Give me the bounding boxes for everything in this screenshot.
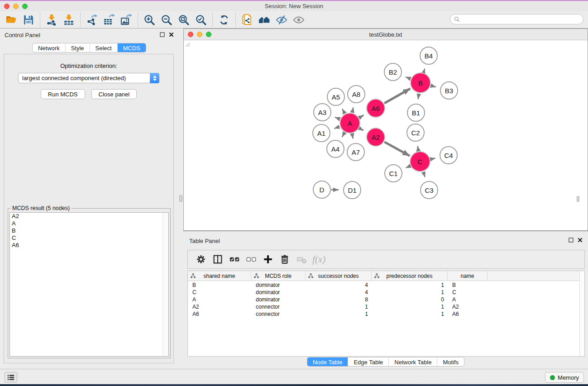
node-A3[interactable]: A3: [314, 104, 331, 121]
column-view-button[interactable]: [209, 252, 226, 267]
edge-C-C4[interactable]: [430, 158, 435, 159]
table-settings-gear-button[interactable]: [192, 252, 209, 267]
close-panel-icon[interactable]: [169, 32, 174, 37]
zoom-fit-button[interactable]: [175, 13, 192, 27]
apply-layout-button[interactable]: [215, 13, 233, 27]
show-hidden-button[interactable]: [290, 13, 307, 27]
edge-C-C1[interactable]: [406, 166, 411, 168]
export-table-button[interactable]: [100, 13, 118, 27]
edge-A-A1[interactable]: [334, 127, 339, 129]
edge-A-A6[interactable]: [359, 115, 363, 118]
network-graph[interactable]: AA1A2A3A4A5A6A7A8BB1B2B3B4CC1C2C3C4DD1: [184, 41, 588, 230]
first-neighbors-button[interactable]: [239, 13, 256, 27]
edge-B-B1[interactable]: [418, 94, 419, 100]
memory-button[interactable]: Memory: [545, 372, 584, 383]
window-edge-handle[interactable]: [577, 196, 579, 202]
mcds-result-list[interactable]: A2ABCA6: [10, 212, 169, 357]
edge-A-A2[interactable]: [359, 129, 363, 131]
close-panel-button[interactable]: Close panel: [91, 89, 137, 99]
node-B3[interactable]: B3: [440, 82, 458, 99]
column-header-shared-name[interactable]: shared name: [188, 271, 251, 281]
table-row-C[interactable]: Cdominator41C: [188, 289, 579, 296]
edge-A-A4[interactable]: [342, 133, 345, 137]
criterion-dropdown[interactable]: largest connected component (directed): [18, 73, 159, 83]
node-D[interactable]: D: [313, 181, 330, 198]
table-row-A[interactable]: Adominator80A: [188, 296, 579, 303]
edge-A-A7[interactable]: [352, 134, 353, 139]
table-row-B[interactable]: Bdominator41B: [188, 281, 579, 289]
tab-select[interactable]: Select: [90, 43, 117, 52]
node-C3[interactable]: C3: [421, 181, 438, 199]
network-canvas[interactable]: AA1A2A3A4A5A6A7A8BB1B2B3B4CC1C2C3C4DD1: [184, 41, 588, 230]
add-column-button[interactable]: [259, 252, 276, 267]
column-header-predecessor-nodes[interactable]: predecessor nodes: [372, 271, 448, 281]
node-B1[interactable]: B1: [407, 104, 425, 121]
float-panel-icon[interactable]: [160, 32, 165, 37]
mcds-result-item[interactable]: C: [10, 234, 168, 242]
table-row-A2[interactable]: A2connector11A2: [188, 303, 579, 310]
zoom-out-button[interactable]: [158, 13, 175, 27]
table-scrollbar[interactable]: [579, 271, 584, 356]
node-A1[interactable]: A1: [313, 124, 330, 142]
edge-C-C2[interactable]: [418, 146, 419, 151]
node-B4[interactable]: B4: [420, 47, 437, 64]
mcds-result-item[interactable]: A: [10, 220, 168, 227]
edge-A-A5[interactable]: [342, 109, 345, 114]
edge-A-A3[interactable]: [335, 117, 340, 119]
zoom-in-button[interactable]: [141, 13, 158, 27]
node-C1[interactable]: C1: [385, 165, 402, 182]
tab-style[interactable]: Style: [65, 43, 90, 52]
tab-node-table[interactable]: Node Table: [307, 357, 348, 366]
close-panel-icon[interactable]: [578, 238, 583, 243]
delete-column-button[interactable]: [276, 252, 293, 267]
node-A[interactable]: A: [340, 113, 360, 133]
task-history-button[interactable]: [5, 372, 17, 382]
node-A5[interactable]: A5: [327, 88, 344, 105]
open-session-button[interactable]: [3, 13, 20, 27]
node-C[interactable]: C: [410, 152, 430, 172]
export-image-button[interactable]: [118, 13, 135, 27]
resize-grip-icon[interactable]: [184, 41, 190, 47]
node-A7[interactable]: A7: [347, 143, 364, 161]
vertical-split-handle[interactable]: [179, 195, 182, 202]
node-table[interactable]: shared nameMCDS rolesuccessor nodesprede…: [187, 271, 585, 357]
table-row-A6[interactable]: A6connector11A6: [188, 310, 579, 318]
node-D1[interactable]: D1: [344, 181, 361, 199]
search-input[interactable]: [460, 14, 583, 24]
result-list-scrollbar[interactable]: [163, 213, 168, 356]
edge-A2-C[interactable]: [384, 142, 410, 156]
select-all-checkboxes-button[interactable]: [226, 252, 243, 267]
import-network-button[interactable]: [43, 13, 60, 27]
node-A4[interactable]: A4: [327, 140, 344, 157]
edge-B-B4[interactable]: [424, 69, 425, 72]
tab-motifs[interactable]: Motifs: [437, 357, 464, 366]
tab-mcds[interactable]: MCDS: [117, 43, 146, 52]
zoom-selected-button[interactable]: [192, 13, 210, 27]
float-panel-icon[interactable]: [569, 238, 574, 243]
edge-B-B2[interactable]: [406, 77, 411, 79]
edge-C-C3[interactable]: [423, 172, 425, 177]
run-mcds-button[interactable]: Run MCDS: [41, 89, 85, 99]
mcds-result-item[interactable]: B: [10, 227, 168, 234]
import-table-button[interactable]: [60, 13, 77, 27]
export-network-button[interactable]: [83, 13, 100, 27]
tab-network[interactable]: Network: [33, 43, 65, 52]
node-A8[interactable]: A8: [348, 86, 365, 103]
node-A2[interactable]: A2: [367, 128, 385, 146]
column-header-MCDS-role[interactable]: MCDS role: [251, 271, 306, 281]
hide-selected-button[interactable]: [273, 13, 290, 27]
edge-B-B3[interactable]: [431, 86, 436, 87]
save-session-button[interactable]: [20, 13, 37, 27]
edge-A6-B[interactable]: [384, 89, 410, 103]
node-B[interactable]: B: [411, 73, 430, 93]
node-C4[interactable]: C4: [440, 147, 457, 164]
tab-edge-table[interactable]: Edge Table: [348, 357, 388, 366]
node-C2[interactable]: C2: [407, 124, 424, 141]
node-B2[interactable]: B2: [384, 63, 402, 81]
edge-A-A8[interactable]: [352, 107, 354, 112]
show-all-button[interactable]: [256, 13, 273, 27]
column-header-successor-nodes[interactable]: successor nodes: [306, 271, 372, 281]
mcds-result-item[interactable]: A2: [10, 213, 168, 220]
column-header-name[interactable]: name: [448, 271, 488, 281]
tab-network-table[interactable]: Network Table: [388, 357, 437, 366]
